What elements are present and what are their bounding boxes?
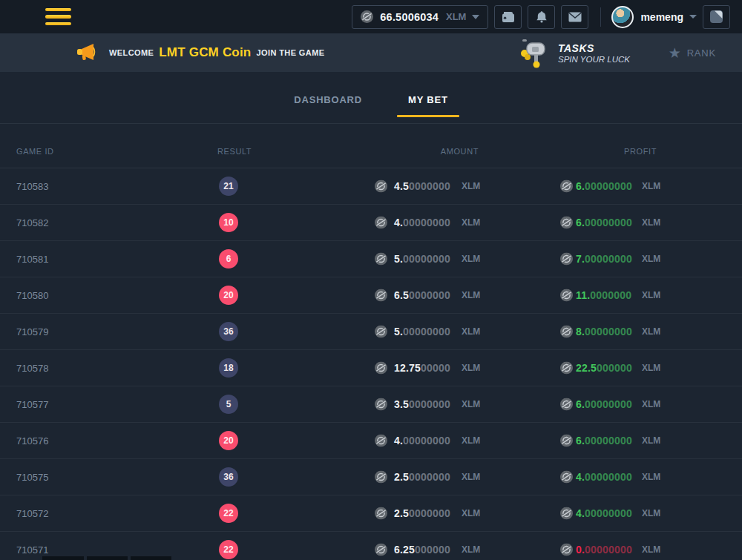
amount-currency: XLM bbox=[462, 544, 480, 555]
amount-value: 4.00000000 bbox=[394, 435, 450, 447]
profit-zeros: 00000000 bbox=[585, 471, 632, 483]
amount-currency: XLM bbox=[462, 326, 480, 337]
amount-zeros: 00000000 bbox=[403, 435, 450, 447]
username: memeng bbox=[640, 11, 683, 23]
amount-value: 12.7500000 bbox=[394, 362, 450, 374]
bell-icon bbox=[536, 10, 548, 23]
amount-zeros: 0000000 bbox=[409, 398, 450, 410]
profit-value: 6.00000000 bbox=[576, 435, 632, 447]
chat-icon bbox=[709, 10, 723, 24]
amount-value: 6.50000000 bbox=[394, 289, 450, 301]
amount-zeros: 000000 bbox=[415, 544, 450, 556]
stellar-coin-icon bbox=[560, 507, 573, 520]
result-badge: 20 bbox=[219, 286, 238, 305]
profit-zeros: 00000000 bbox=[585, 326, 632, 337]
game-id: 710579 bbox=[16, 326, 48, 337]
profit-value: 6.00000000 bbox=[576, 217, 632, 228]
profit-currency: XLM bbox=[642, 399, 660, 409]
game-id: 710580 bbox=[16, 290, 48, 301]
amount-currency: XLM bbox=[462, 254, 480, 264]
profit-main: 0. bbox=[576, 544, 585, 556]
profit-value: 7.00000000 bbox=[576, 253, 632, 265]
amount-value: 5.00000000 bbox=[394, 326, 450, 337]
hamburger-menu-icon[interactable] bbox=[45, 8, 71, 26]
chevron-down-icon[interactable] bbox=[472, 15, 479, 19]
tab-dashboard[interactable]: DASHBOARD bbox=[283, 72, 373, 123]
mail-icon bbox=[568, 12, 582, 22]
top-bar: 66.5006034 XLM memeng bbox=[0, 0, 742, 33]
profit-currency: XLM bbox=[642, 290, 660, 300]
profit-zeros: 000000 bbox=[597, 362, 632, 374]
avatar bbox=[611, 6, 634, 28]
column-header-result: RESULT bbox=[217, 147, 252, 156]
amount-zeros: 00000 bbox=[421, 362, 450, 374]
result-badge: 20 bbox=[219, 431, 238, 450]
profit-value: 4.00000000 bbox=[576, 471, 632, 483]
game-id: 710583 bbox=[16, 181, 48, 192]
amount-value: 4.00000000 bbox=[394, 217, 450, 228]
rank-label: RANK bbox=[687, 47, 716, 59]
result-badge: 18 bbox=[219, 358, 238, 378]
profit-main: 7. bbox=[576, 253, 585, 265]
stellar-coin-icon bbox=[560, 544, 573, 556]
notifications-button[interactable] bbox=[528, 5, 555, 29]
table-row: 710582 10 4.00000000 XLM 6.00000000 XLM bbox=[0, 205, 742, 241]
user-menu[interactable]: memeng bbox=[611, 6, 697, 28]
tasks-text: TASKS SPIN YOUR LUCK bbox=[558, 42, 630, 64]
amount-main: 12.75 bbox=[394, 362, 421, 374]
amount-zeros: 00000000 bbox=[403, 326, 450, 337]
table-row: 710583 21 4.50000000 XLM 6.00000000 XLM bbox=[0, 168, 742, 205]
profit-currency: XLM bbox=[642, 217, 660, 228]
stellar-coin-icon bbox=[375, 471, 387, 484]
amount-currency: XLM bbox=[462, 363, 480, 373]
profit-value: 8.00000000 bbox=[576, 326, 632, 337]
amount-main: 4.5 bbox=[394, 180, 409, 192]
messages-button[interactable] bbox=[561, 5, 588, 29]
rank-widget[interactable]: ★ RANK bbox=[669, 46, 716, 60]
stellar-coin-icon bbox=[560, 217, 573, 229]
stellar-coin-icon bbox=[375, 507, 387, 520]
table-row: 710572 22 2.50000000 XLM 4.00000000 XLM bbox=[0, 495, 742, 532]
balance-selector[interactable]: 66.5006034 XLM bbox=[352, 5, 488, 29]
wallet-button[interactable] bbox=[494, 5, 522, 29]
result-badge: 6 bbox=[219, 249, 238, 269]
game-id: 710571 bbox=[16, 544, 48, 556]
profit-main: 6. bbox=[576, 180, 585, 192]
game-id: 710578 bbox=[16, 363, 48, 374]
profit-value: 22.5000000 bbox=[576, 362, 632, 374]
amount-zeros: 0000000 bbox=[409, 289, 450, 301]
amount-value: 4.50000000 bbox=[394, 180, 450, 192]
column-header-game-id: GAME ID bbox=[16, 147, 54, 156]
chat-toggle-button[interactable] bbox=[703, 5, 730, 29]
stellar-coin-icon bbox=[375, 253, 387, 266]
game-id: 710577 bbox=[16, 399, 48, 410]
stellar-coin-icon bbox=[375, 289, 387, 302]
balance-currency: XLM bbox=[446, 11, 466, 22]
amount-main: 6.5 bbox=[394, 289, 409, 301]
star-icon: ★ bbox=[669, 46, 681, 60]
amount-zeros: 0000000 bbox=[409, 180, 450, 192]
announcement-bar: WELCOME LMT GCM Coin JOIN THE GAME TASKS… bbox=[0, 33, 742, 72]
profit-zeros: 00000000 bbox=[585, 435, 632, 447]
stellar-coin-icon bbox=[560, 471, 573, 484]
bottom-cutoff-fragments bbox=[0, 556, 742, 560]
amount-value: 6.25000000 bbox=[394, 544, 450, 556]
amount-main: 4. bbox=[394, 435, 403, 447]
amount-value: 2.50000000 bbox=[394, 471, 450, 483]
profit-value: 6.00000000 bbox=[576, 180, 632, 192]
tasks-widget[interactable]: TASKS SPIN YOUR LUCK bbox=[518, 37, 630, 68]
table-row: 710579 36 5.00000000 XLM 8.00000000 XLM bbox=[0, 314, 742, 350]
table-row: 710581 6 5.00000000 XLM 7.00000000 XLM bbox=[0, 241, 742, 277]
amount-main: 2.5 bbox=[394, 507, 409, 519]
profit-value: 0.00000000 bbox=[576, 544, 632, 556]
stellar-coin-icon bbox=[560, 435, 573, 447]
mailbox-icon bbox=[518, 37, 551, 68]
table-body: 710583 21 4.50000000 XLM 6.00000000 XLM … bbox=[0, 168, 742, 560]
tab-my-bet[interactable]: MY BET bbox=[397, 72, 459, 123]
amount-currency: XLM bbox=[462, 508, 480, 518]
stellar-coin-icon bbox=[560, 180, 573, 193]
profit-zeros: 0000000 bbox=[590, 289, 631, 301]
amount-value: 2.50000000 bbox=[394, 507, 450, 519]
result-badge: 5 bbox=[219, 395, 238, 414]
amount-value: 5.00000000 bbox=[394, 253, 450, 265]
